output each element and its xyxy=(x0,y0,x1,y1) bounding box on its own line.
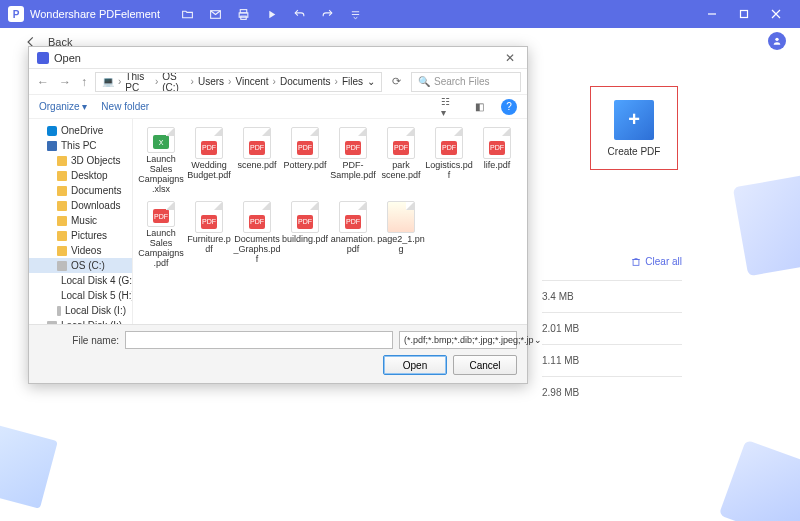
right-panel: + Create PDF xyxy=(580,86,690,170)
tree-node[interactable]: Videos xyxy=(29,243,132,258)
folder-icon[interactable] xyxy=(180,7,194,21)
file-icon: PDF xyxy=(243,201,271,233)
help-icon[interactable]: ? xyxy=(501,99,517,115)
file-icon: PDF xyxy=(243,127,271,159)
preview-pane-icon[interactable]: ◧ xyxy=(471,99,487,115)
tree-node[interactable]: Local Disk 5 (H:) xyxy=(29,288,132,303)
view-mode-icon[interactable]: ☷ ▾ xyxy=(441,99,457,115)
search-placeholder: Search Files xyxy=(434,76,490,87)
file-name: page2_1.png xyxy=(377,235,425,255)
plus-icon: + xyxy=(614,100,654,140)
tree-node[interactable]: Downloads xyxy=(29,198,132,213)
print-icon[interactable] xyxy=(236,7,250,21)
file-item[interactable]: page2_1.png xyxy=(377,199,425,269)
file-icon: PDF xyxy=(195,127,223,159)
clear-all-label: Clear all xyxy=(645,256,682,267)
file-item[interactable]: PDFLogistics.pdf xyxy=(425,125,473,195)
titlebar: P Wondershare PDFelement xyxy=(0,0,800,28)
file-icon: X xyxy=(147,127,175,153)
tree-node[interactable]: Documents xyxy=(29,183,132,198)
file-item[interactable]: PDFanamation.pdf xyxy=(329,199,377,269)
breadcrumb[interactable]: 💻› This PC› OS (C:)› Users› Vincent› Doc… xyxy=(95,72,382,92)
tree-node[interactable]: Pictures xyxy=(29,228,132,243)
file-item[interactable]: PDFpark scene.pdf xyxy=(377,125,425,195)
tree-node[interactable]: OS (C:) xyxy=(29,258,132,273)
clear-all-button[interactable]: Clear all xyxy=(631,256,682,267)
file-name: Documents_Graphs.pdf xyxy=(233,235,281,265)
file-icon: PDF xyxy=(435,127,463,159)
nav-forward-icon[interactable]: → xyxy=(57,75,73,89)
dialog-icon xyxy=(37,52,49,64)
chevron-down-icon[interactable]: ⌄ xyxy=(367,76,375,87)
file-name: scene.pdf xyxy=(237,161,276,171)
folder-tree[interactable]: OneDriveThis PC3D ObjectsDesktopDocument… xyxy=(29,119,133,324)
app-title: Wondershare PDFelement xyxy=(30,8,160,20)
svg-point-8 xyxy=(775,38,778,41)
tree-node[interactable]: OneDrive xyxy=(29,123,132,138)
file-grid[interactable]: XLaunch Sales Campaigns.xlsxPDFWedding B… xyxy=(133,119,527,324)
file-icon: PDF xyxy=(195,201,223,233)
file-item[interactable]: PDFDocuments_Graphs.pdf xyxy=(233,199,281,269)
nav-up-icon[interactable]: ↑ xyxy=(79,75,89,89)
file-item[interactable]: PDFscene.pdf xyxy=(233,125,281,195)
decoration xyxy=(733,174,800,277)
filename-input[interactable] xyxy=(125,331,393,349)
dialog-toolbar: Organize ▾ New folder ☷ ▾ ◧ ? xyxy=(29,95,527,119)
svg-rect-7 xyxy=(741,11,748,18)
recent-size: 1.11 MB xyxy=(542,344,682,376)
file-name: life.pdf xyxy=(484,161,511,171)
svg-rect-9 xyxy=(633,259,639,265)
file-open-dialog: Open ✕ ← → ↑ 💻› This PC› OS (C:)› Users›… xyxy=(28,46,528,384)
file-type-filter[interactable]: (*.pdf;*.bmp;*.dib;*.jpg;*.jpeg;*.jp⌄ xyxy=(399,331,517,349)
search-input[interactable]: 🔍 Search Files xyxy=(411,72,521,92)
file-item[interactable]: PDFPDF-Sample.pdf xyxy=(329,125,377,195)
pc-icon: 💻 xyxy=(102,76,114,87)
organize-menu[interactable]: Organize ▾ xyxy=(39,101,87,112)
refresh-icon[interactable]: ⟳ xyxy=(388,75,405,88)
mail-icon[interactable] xyxy=(208,7,222,21)
create-pdf-button[interactable]: + Create PDF xyxy=(590,86,678,170)
search-icon: 🔍 xyxy=(418,76,430,87)
filename-label: File name: xyxy=(39,335,119,346)
close-button[interactable] xyxy=(760,0,792,28)
file-item[interactable]: XLaunch Sales Campaigns.xlsx xyxy=(137,125,185,195)
file-icon: PDF xyxy=(483,127,511,159)
file-icon: PDF xyxy=(387,127,415,159)
open-button[interactable]: Open xyxy=(383,355,447,375)
file-item[interactable]: PDFFurniture.pdf xyxy=(185,199,233,269)
tree-node[interactable]: Desktop xyxy=(29,168,132,183)
file-item[interactable]: PDFLaunch Sales Campaigns.pdf xyxy=(137,199,185,269)
tree-node[interactable]: Local Disk (I:) xyxy=(29,303,132,318)
minimize-button[interactable] xyxy=(696,0,728,28)
clear-icon xyxy=(631,257,641,267)
chevron-down-icon: ⌄ xyxy=(534,335,542,345)
file-icon xyxy=(387,201,415,233)
file-item[interactable]: PDFlife.pdf xyxy=(473,125,521,195)
undo-icon[interactable] xyxy=(292,7,306,21)
nav-back-icon[interactable]: ← xyxy=(35,75,51,89)
new-folder-button[interactable]: New folder xyxy=(101,101,149,112)
tree-node[interactable]: 3D Objects xyxy=(29,153,132,168)
file-item[interactable]: PDFbuilding.pdf xyxy=(281,199,329,269)
file-icon: PDF xyxy=(291,127,319,159)
dialog-nav: ← → ↑ 💻› This PC› OS (C:)› Users› Vincen… xyxy=(29,69,527,95)
tree-node[interactable]: This PC xyxy=(29,138,132,153)
file-item[interactable]: PDFPottery.pdf xyxy=(281,125,329,195)
file-icon: PDF xyxy=(147,201,175,227)
recent-size: 2.01 MB xyxy=(542,312,682,344)
file-icon: PDF xyxy=(291,201,319,233)
share-icon[interactable] xyxy=(264,7,278,21)
tree-node[interactable]: Music xyxy=(29,213,132,228)
recent-size: 2.98 MB xyxy=(542,376,682,408)
app-logo-icon: P xyxy=(8,6,24,22)
recent-size: 3.4 MB xyxy=(542,280,682,312)
user-avatar-icon[interactable] xyxy=(768,32,786,50)
maximize-button[interactable] xyxy=(728,0,760,28)
tree-node[interactable]: Local Disk 4 (G:) xyxy=(29,273,132,288)
dropdown-icon[interactable] xyxy=(348,7,362,21)
cancel-button[interactable]: Cancel xyxy=(453,355,517,375)
file-name: Wedding Budget.pdf xyxy=(185,161,233,181)
dialog-close-button[interactable]: ✕ xyxy=(501,51,519,65)
redo-icon[interactable] xyxy=(320,7,334,21)
file-item[interactable]: PDFWedding Budget.pdf xyxy=(185,125,233,195)
